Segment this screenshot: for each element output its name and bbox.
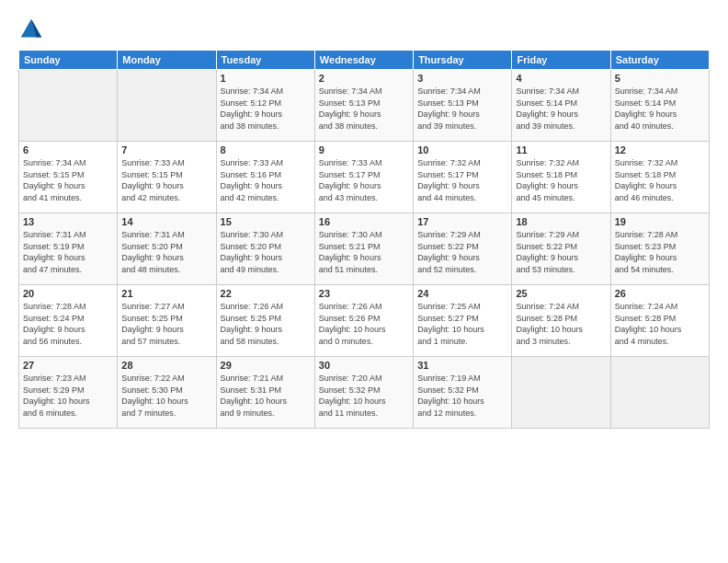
day-number: 29: [221, 360, 311, 371]
day-info: Sunrise: 7:30 AM Sunset: 5:21 PM Dayligh…: [319, 229, 409, 275]
logo: [18, 17, 48, 42]
calendar-cell: 16Sunrise: 7:30 AM Sunset: 5:21 PM Dayli…: [314, 213, 413, 285]
calendar-cell: 26Sunrise: 7:24 AM Sunset: 5:28 PM Dayli…: [610, 285, 709, 357]
day-number: 16: [319, 216, 409, 227]
calendar-cell: 21Sunrise: 7:27 AM Sunset: 5:25 PM Dayli…: [118, 285, 216, 357]
calendar-table: SundayMondayTuesdayWednesdayThursdayFrid…: [18, 50, 710, 429]
day-header-friday: Friday: [512, 51, 610, 70]
calendar-body: 1Sunrise: 7:34 AM Sunset: 5:12 PM Daylig…: [19, 70, 710, 429]
week-row-1: 1Sunrise: 7:34 AM Sunset: 5:12 PM Daylig…: [19, 70, 710, 142]
day-number: 19: [615, 216, 705, 227]
day-header-sunday: Sunday: [19, 51, 118, 70]
day-number: 8: [221, 144, 311, 155]
week-row-5: 27Sunrise: 7:23 AM Sunset: 5:29 PM Dayli…: [19, 357, 710, 429]
day-number: 28: [121, 360, 211, 371]
day-number: 15: [221, 216, 311, 227]
calendar-cell: 8Sunrise: 7:33 AM Sunset: 5:16 PM Daylig…: [216, 142, 314, 213]
calendar-header: SundayMondayTuesdayWednesdayThursdayFrid…: [19, 51, 710, 70]
calendar-cell: 4Sunrise: 7:34 AM Sunset: 5:14 PM Daylig…: [512, 70, 610, 142]
day-info: Sunrise: 7:34 AM Sunset: 5:12 PM Dayligh…: [221, 86, 311, 132]
day-info: Sunrise: 7:34 AM Sunset: 5:13 PM Dayligh…: [417, 86, 507, 132]
day-info: Sunrise: 7:21 AM Sunset: 5:31 PM Dayligh…: [221, 373, 311, 419]
day-info: Sunrise: 7:33 AM Sunset: 5:17 PM Dayligh…: [319, 157, 409, 203]
calendar-cell: 11Sunrise: 7:32 AM Sunset: 5:18 PM Dayli…: [512, 142, 610, 213]
day-info: Sunrise: 7:19 AM Sunset: 5:32 PM Dayligh…: [417, 373, 507, 419]
day-info: Sunrise: 7:24 AM Sunset: 5:28 PM Dayligh…: [516, 301, 606, 347]
day-info: Sunrise: 7:31 AM Sunset: 5:19 PM Dayligh…: [23, 229, 113, 275]
day-info: Sunrise: 7:32 AM Sunset: 5:18 PM Dayligh…: [615, 157, 705, 203]
day-number: 10: [417, 144, 507, 155]
day-number: 25: [516, 288, 606, 299]
header: [18, 17, 710, 42]
calendar-cell: 31Sunrise: 7:19 AM Sunset: 5:32 PM Dayli…: [414, 357, 512, 429]
calendar-cell: 2Sunrise: 7:34 AM Sunset: 5:13 PM Daylig…: [314, 70, 413, 142]
day-info: Sunrise: 7:34 AM Sunset: 5:13 PM Dayligh…: [319, 86, 409, 132]
page: SundayMondayTuesdayWednesdayThursdayFrid…: [0, 0, 728, 563]
calendar-cell: [610, 357, 709, 429]
day-info: Sunrise: 7:34 AM Sunset: 5:14 PM Dayligh…: [615, 86, 705, 132]
day-info: Sunrise: 7:20 AM Sunset: 5:32 PM Dayligh…: [319, 373, 409, 419]
day-number: 7: [121, 144, 211, 155]
day-number: 12: [615, 144, 705, 155]
calendar-cell: 27Sunrise: 7:23 AM Sunset: 5:29 PM Dayli…: [19, 357, 118, 429]
day-number: 20: [23, 288, 113, 299]
calendar-cell: 14Sunrise: 7:31 AM Sunset: 5:20 PM Dayli…: [118, 213, 216, 285]
day-info: Sunrise: 7:26 AM Sunset: 5:25 PM Dayligh…: [221, 301, 311, 347]
calendar-cell: 19Sunrise: 7:28 AM Sunset: 5:23 PM Dayli…: [610, 213, 709, 285]
calendar-cell: 25Sunrise: 7:24 AM Sunset: 5:28 PM Dayli…: [512, 285, 610, 357]
day-number: 13: [23, 216, 113, 227]
calendar-cell: 15Sunrise: 7:30 AM Sunset: 5:20 PM Dayli…: [216, 213, 314, 285]
day-info: Sunrise: 7:32 AM Sunset: 5:18 PM Dayligh…: [516, 157, 606, 203]
day-number: 4: [516, 73, 606, 84]
calendar-cell: 10Sunrise: 7:32 AM Sunset: 5:17 PM Dayli…: [414, 142, 512, 213]
calendar-cell: 29Sunrise: 7:21 AM Sunset: 5:31 PM Dayli…: [216, 357, 314, 429]
day-number: 23: [319, 288, 409, 299]
calendar-cell: 20Sunrise: 7:28 AM Sunset: 5:24 PM Dayli…: [19, 285, 118, 357]
day-info: Sunrise: 7:28 AM Sunset: 5:23 PM Dayligh…: [615, 229, 705, 275]
calendar-cell: 9Sunrise: 7:33 AM Sunset: 5:17 PM Daylig…: [314, 142, 413, 213]
day-number: 1: [221, 73, 311, 84]
day-number: 6: [23, 144, 113, 155]
day-number: 22: [221, 288, 311, 299]
day-info: Sunrise: 7:22 AM Sunset: 5:30 PM Dayligh…: [121, 373, 211, 419]
day-info: Sunrise: 7:25 AM Sunset: 5:27 PM Dayligh…: [417, 301, 507, 347]
day-info: Sunrise: 7:26 AM Sunset: 5:26 PM Dayligh…: [319, 301, 409, 347]
day-info: Sunrise: 7:28 AM Sunset: 5:24 PM Dayligh…: [23, 301, 113, 347]
day-number: 5: [615, 73, 705, 84]
header-row: SundayMondayTuesdayWednesdayThursdayFrid…: [19, 51, 710, 70]
calendar-cell: 23Sunrise: 7:26 AM Sunset: 5:26 PM Dayli…: [314, 285, 413, 357]
day-info: Sunrise: 7:30 AM Sunset: 5:20 PM Dayligh…: [221, 229, 311, 275]
day-number: 24: [417, 288, 507, 299]
day-number: 30: [319, 360, 409, 371]
day-number: 18: [516, 216, 606, 227]
day-number: 9: [319, 144, 409, 155]
day-number: 31: [417, 360, 507, 371]
day-header-thursday: Thursday: [414, 51, 512, 70]
day-header-tuesday: Tuesday: [216, 51, 314, 70]
day-info: Sunrise: 7:32 AM Sunset: 5:17 PM Dayligh…: [417, 157, 507, 203]
week-row-2: 6Sunrise: 7:34 AM Sunset: 5:15 PM Daylig…: [19, 142, 710, 213]
day-number: 14: [121, 216, 211, 227]
day-info: Sunrise: 7:27 AM Sunset: 5:25 PM Dayligh…: [121, 301, 211, 347]
calendar-cell: 30Sunrise: 7:20 AM Sunset: 5:32 PM Dayli…: [314, 357, 413, 429]
calendar-cell: [118, 70, 216, 142]
day-info: Sunrise: 7:33 AM Sunset: 5:16 PM Dayligh…: [221, 157, 311, 203]
day-info: Sunrise: 7:33 AM Sunset: 5:15 PM Dayligh…: [121, 157, 211, 203]
day-header-wednesday: Wednesday: [314, 51, 413, 70]
day-number: 26: [615, 288, 705, 299]
day-info: Sunrise: 7:29 AM Sunset: 5:22 PM Dayligh…: [417, 229, 507, 275]
calendar-cell: 7Sunrise: 7:33 AM Sunset: 5:15 PM Daylig…: [118, 142, 216, 213]
calendar-cell: 18Sunrise: 7:29 AM Sunset: 5:22 PM Dayli…: [512, 213, 610, 285]
day-number: 11: [516, 144, 606, 155]
calendar-cell: 1Sunrise: 7:34 AM Sunset: 5:12 PM Daylig…: [216, 70, 314, 142]
day-header-monday: Monday: [118, 51, 216, 70]
calendar-cell: 22Sunrise: 7:26 AM Sunset: 5:25 PM Dayli…: [216, 285, 314, 357]
day-info: Sunrise: 7:24 AM Sunset: 5:28 PM Dayligh…: [615, 301, 705, 347]
day-info: Sunrise: 7:23 AM Sunset: 5:29 PM Dayligh…: [23, 373, 113, 419]
calendar-cell: 3Sunrise: 7:34 AM Sunset: 5:13 PM Daylig…: [414, 70, 512, 142]
day-info: Sunrise: 7:34 AM Sunset: 5:15 PM Dayligh…: [23, 157, 113, 203]
day-info: Sunrise: 7:31 AM Sunset: 5:20 PM Dayligh…: [121, 229, 211, 275]
calendar-cell: 17Sunrise: 7:29 AM Sunset: 5:22 PM Dayli…: [414, 213, 512, 285]
week-row-3: 13Sunrise: 7:31 AM Sunset: 5:19 PM Dayli…: [19, 213, 710, 285]
day-header-saturday: Saturday: [610, 51, 709, 70]
